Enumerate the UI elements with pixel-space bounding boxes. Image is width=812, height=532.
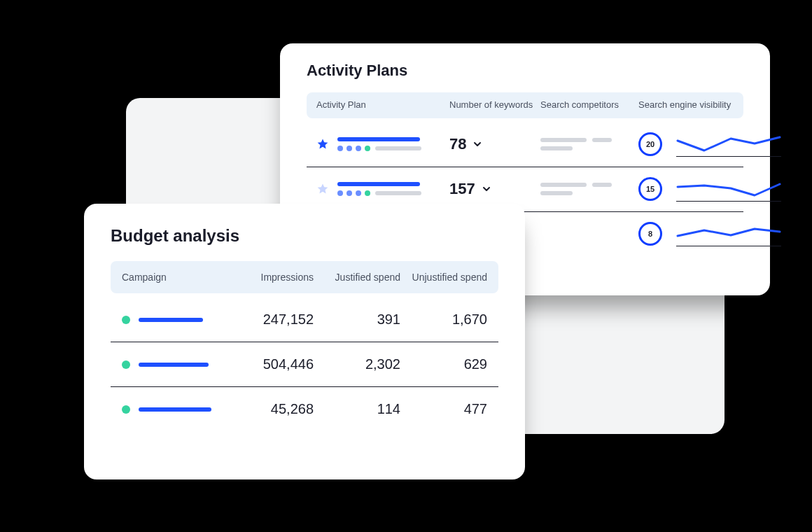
chevron-down-icon [472, 139, 483, 150]
campaign-cell [122, 360, 227, 369]
campaign-bar [139, 318, 203, 322]
competitors-placeholder [540, 183, 631, 195]
competitors-placeholder [540, 138, 631, 150]
unjustified-value: 629 [400, 356, 487, 372]
keywords-toggle[interactable]: 157 [449, 180, 533, 198]
visibility-badge: 8 [638, 222, 662, 246]
campaign-cell [122, 405, 227, 414]
activity-plans-title: Activity Plans [307, 62, 743, 80]
budget-row[interactable]: 45,268 114 477 [111, 387, 498, 431]
budget-row[interactable]: 247,152 391 1,670 [111, 298, 498, 342]
col-justified-spend: Justified spend [314, 271, 400, 284]
impressions-value: 45,268 [227, 401, 314, 417]
unjustified-value: 477 [400, 401, 487, 417]
budget-analysis-card: Budget analysis Campaign Impressions Jus… [84, 204, 525, 479]
star-icon[interactable] [316, 138, 329, 150]
plan-placeholder-lines [337, 182, 421, 196]
activity-row[interactable]: 78 20 [307, 122, 743, 167]
col-campaign: Campaign [122, 271, 227, 284]
campaign-bar [139, 363, 209, 367]
status-dot-icon [122, 360, 130, 369]
col-search-visibility: Search engine visibility [638, 99, 734, 111]
unjustified-value: 1,670 [400, 312, 487, 328]
col-search-competitors: Search competitors [540, 99, 631, 111]
keywords-value: 157 [449, 180, 475, 198]
status-dot-icon [122, 316, 130, 324]
campaign-bar [139, 407, 211, 412]
keywords-value: 78 [449, 135, 466, 153]
visibility-badge: 15 [638, 177, 662, 201]
budget-analysis-title: Budget analysis [111, 226, 498, 246]
justified-value: 114 [314, 401, 400, 417]
impressions-value: 504,446 [227, 356, 314, 372]
star-outline-icon[interactable] [316, 183, 329, 195]
budget-row[interactable]: 504,446 2,302 629 [111, 342, 498, 387]
plan-placeholder-lines [337, 137, 421, 151]
budget-table-header: Campaign Impressions Justified spend Unj… [111, 261, 498, 293]
chevron-down-icon [481, 183, 492, 195]
col-impressions: Impressions [227, 271, 314, 284]
visibility-sparkline [676, 132, 781, 157]
col-number-keywords: Number of keywords [449, 99, 533, 111]
status-dot-icon [122, 405, 130, 414]
col-unjustified-spend: Unjustified spend [400, 271, 487, 284]
col-activity-plan: Activity Plan [316, 99, 442, 111]
campaign-cell [122, 316, 227, 324]
visibility-sparkline [676, 222, 781, 246]
activity-table-header: Activity Plan Number of keywords Search … [307, 92, 743, 118]
visibility-sparkline [676, 177, 781, 202]
justified-value: 2,302 [314, 356, 400, 372]
justified-value: 391 [314, 312, 400, 328]
impressions-value: 247,152 [227, 312, 314, 328]
keywords-toggle[interactable]: 78 [449, 135, 533, 153]
visibility-badge: 20 [638, 132, 662, 156]
